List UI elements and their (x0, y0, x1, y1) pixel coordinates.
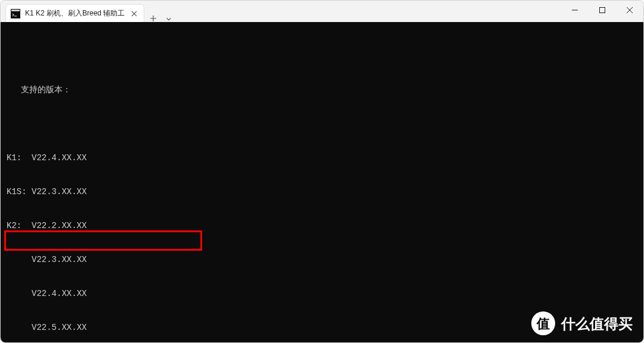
titlebar[interactable]: K1 K2 刷机、刷入Breed 辅助工 (1, 1, 643, 22)
titlebar-drag-area[interactable] (175, 1, 561, 22)
new-tab-button[interactable] (144, 15, 162, 22)
close-button[interactable] (616, 1, 643, 20)
annotation-highlight-box (4, 230, 202, 251)
tab-title: K1 K2 刷机、刷入Breed 辅助工 (25, 8, 125, 18)
model-k1s: K1S: V22.3.XX.XX (7, 186, 643, 198)
svg-rect-1 (11, 10, 20, 11)
model-k1: K1: V22.4.XX.XX (7, 152, 643, 164)
minimize-button[interactable] (561, 1, 589, 20)
watermark-badge-icon: 值 (531, 311, 555, 335)
tab-close-button[interactable] (129, 9, 139, 18)
tab-active[interactable]: K1 K2 刷机、刷入Breed 辅助工 (5, 4, 144, 22)
supported-heading: 支持的版本： (7, 85, 643, 96)
maximize-button[interactable] (589, 1, 616, 20)
model-k2-extra: V22.4.XX.XX (7, 288, 643, 300)
svg-rect-4 (600, 8, 605, 13)
watermark: 值 什么值得买 (531, 311, 633, 335)
tabs-zone: K1 K2 刷机、刷入Breed 辅助工 (1, 1, 175, 22)
tab-dropdown-button[interactable] (162, 16, 175, 22)
terminal-pane[interactable]: 支持的版本： K1: V22.4.XX.XX K1S: V22.3.XX.XX … (1, 22, 643, 342)
watermark-text: 什么值得买 (561, 318, 633, 329)
blank-line (7, 51, 643, 62)
model-k2: K2: V22.2.XX.XX (7, 220, 643, 232)
model-k2-extra: V22.3.XX.XX (7, 254, 643, 266)
terminal-icon (11, 9, 20, 18)
blank-line (7, 119, 643, 130)
window-controls (561, 1, 643, 22)
app-window: K1 K2 刷机、刷入Breed 辅助工 (0, 0, 644, 343)
